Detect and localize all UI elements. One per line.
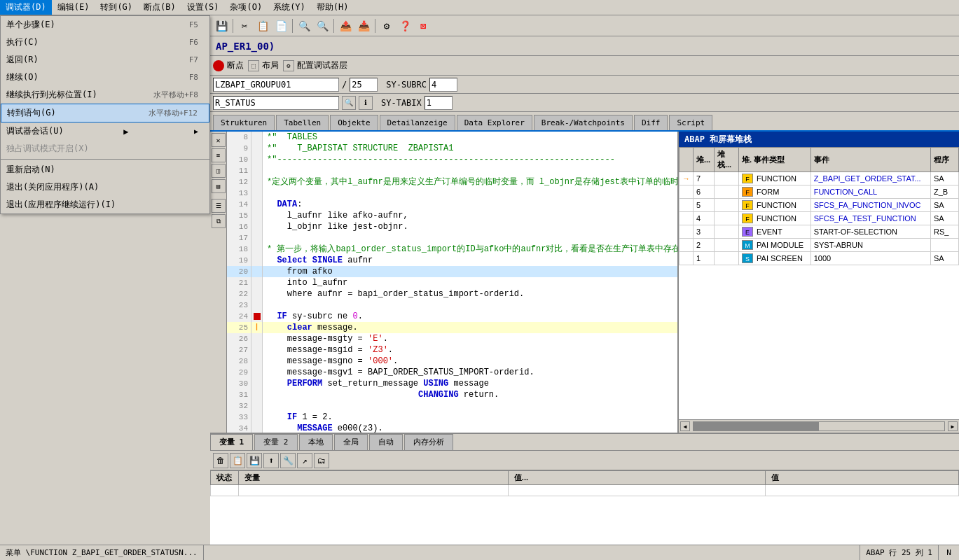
toolbar-download-btn[interactable]: 📥 bbox=[355, 18, 372, 34]
code-content: 8 *" TABLES 9 *" T_BAPISTAT STRUCTURE ZB… bbox=[227, 132, 677, 433]
menu-item-session[interactable]: 调试器会话(U) ▶ bbox=[1, 122, 209, 140]
menu-item-goto-stmt[interactable]: 转到语句(G) 水平移动+F12 bbox=[1, 104, 209, 122]
var-tab-global[interactable]: 全局 bbox=[334, 434, 368, 450]
toolbar-find2-btn[interactable]: 🔍 bbox=[314, 18, 331, 34]
panel-btn-5[interactable]: ⧉ bbox=[212, 214, 226, 228]
toolbar-upload-btn[interactable]: 📤 bbox=[337, 18, 354, 34]
var-folder-btn[interactable]: 🗂 bbox=[314, 453, 329, 468]
toolbar: 💾 ✂️ 📋 📄 🔍 🔍 📤 📥 ⚙️ ❓ ⊠ bbox=[210, 15, 959, 36]
toolbar-paste-btn[interactable]: 📄 bbox=[272, 18, 289, 34]
var-tab-auto[interactable]: 自动 bbox=[369, 434, 403, 450]
toolbar-save-btn[interactable]: 💾 bbox=[213, 18, 230, 34]
toolbar-find-btn[interactable]: 🔍 bbox=[296, 18, 312, 34]
tab-data-explorer[interactable]: Data Explorer bbox=[457, 115, 532, 130]
function-name-input[interactable] bbox=[213, 78, 339, 92]
code-line-23: 23 bbox=[227, 300, 677, 311]
config-label[interactable]: 配置调试器层 bbox=[297, 59, 347, 71]
right-panel: ABAP 和屏幕堆栈 堆... 堆栈... 堆. 事件类型 事件 程序 bbox=[679, 132, 959, 433]
info-icon[interactable]: ℹ bbox=[359, 96, 373, 110]
menu-item-restart[interactable]: 重新启动(N) bbox=[1, 161, 209, 178]
stack-row-5[interactable]: 5 F FUNCTION SFCS_FA_FUNCTION_INVOC SA bbox=[679, 199, 959, 212]
var-up-btn[interactable]: ⬆ bbox=[263, 453, 279, 468]
type-icon-event: E bbox=[742, 227, 753, 237]
tab-breakpoints[interactable]: Break-/Watchpoints bbox=[534, 115, 633, 130]
menu-item-step[interactable]: 单个步骤(E) F5 bbox=[1, 16, 209, 34]
stack-row-2[interactable]: 2 M PAI MODULE SYST-ABRUN bbox=[679, 239, 959, 252]
code-line-28: 28 message-msgno = '000'. bbox=[227, 356, 677, 367]
toolbar-settings-btn[interactable]: ⚙️ bbox=[378, 18, 395, 34]
line-number-input[interactable] bbox=[350, 78, 378, 92]
var-delete-btn[interactable]: 🗑 bbox=[213, 453, 228, 468]
toolbar-copy-btn[interactable]: 📋 bbox=[254, 18, 271, 34]
var-copy-btn[interactable]: 📋 bbox=[230, 453, 245, 468]
stack-row-1[interactable]: 1 S PAI SCREEN 1000 SA bbox=[679, 252, 959, 265]
tab-bar: Strukturen Tabellen Objekte Detailanzeig… bbox=[210, 112, 959, 132]
search-icon[interactable]: 🔍 bbox=[342, 96, 356, 110]
toolbar-help-btn[interactable]: ❓ bbox=[396, 18, 413, 34]
breakpoint-label[interactable]: 断点 bbox=[227, 59, 244, 71]
menu-item-return[interactable]: 返回(R) F7 bbox=[1, 51, 209, 69]
toolbar-sep2 bbox=[292, 19, 293, 33]
sy-subrc-value-input[interactable] bbox=[429, 78, 457, 92]
menu-breakpoint[interactable]: 断点(B) bbox=[138, 0, 181, 15]
panel-btn-1[interactable]: ≡ bbox=[212, 148, 226, 162]
menu-misc[interactable]: 杂项(O) bbox=[224, 0, 268, 15]
menu-item-exit-close[interactable]: 退出(关闭应用程序)(A) bbox=[1, 178, 209, 196]
scroll-right-btn[interactable]: ▶ bbox=[948, 421, 958, 431]
stack-row-4[interactable]: 4 F FUNCTION SFCS_FA_TEST_FUNCTION SA bbox=[679, 212, 959, 225]
code-editor[interactable]: 8 *" TABLES 9 *" T_BAPISTAT STRUCTURE ZB… bbox=[227, 132, 677, 433]
stack-row-7[interactable]: → 7 F FUNCTION Z_BAPI_GET_ORDER_STAT... … bbox=[679, 172, 959, 186]
r-status-input[interactable] bbox=[213, 96, 339, 110]
close-panel-btn[interactable]: ✕ bbox=[212, 133, 226, 147]
sy-tabix-value-input[interactable] bbox=[425, 96, 453, 110]
tab-tabellen[interactable]: Tabellen bbox=[276, 115, 329, 130]
toolbar-sep4 bbox=[375, 19, 375, 33]
menu-item-continue-cursor[interactable]: 继续执行到光标位置(I) 水平移动+F8 bbox=[1, 86, 209, 104]
code-line-31: 31 CHANGING return. bbox=[227, 389, 677, 400]
var-tab-memory[interactable]: 内存分析 bbox=[404, 434, 453, 450]
tab-strukturen[interactable]: Strukturen bbox=[213, 115, 275, 130]
stack-col-arrow bbox=[679, 148, 694, 172]
type-icon-func2: F bbox=[742, 200, 753, 210]
toolbar-cut-btn[interactable]: ✂️ bbox=[236, 18, 253, 34]
code-line-34: 34 MESSAGE e000(z3). bbox=[227, 423, 677, 433]
panel-btn-2[interactable]: ◫ bbox=[212, 164, 226, 178]
var-export-btn[interactable]: ↗ bbox=[297, 453, 312, 468]
code-line-15: 15 l_aufnr like afko-aufnr, bbox=[227, 210, 677, 221]
code-line-22: 22 where aufnr = bapi_order_status_impor… bbox=[227, 288, 677, 300]
menu-debugger[interactable]: 调试器(D) bbox=[0, 0, 52, 15]
var-tool-btn[interactable]: 🔧 bbox=[280, 453, 296, 468]
tab-diff[interactable]: Diff bbox=[634, 115, 668, 130]
var-table[interactable]: 状态 变量 值... 值 bbox=[210, 470, 959, 546]
code-line-14: 14 DATA: bbox=[227, 199, 677, 210]
var-tab-local[interactable]: 本地 bbox=[299, 434, 333, 450]
stack-col-type: 堆. 事件类型 bbox=[739, 148, 811, 172]
menu-goto[interactable]: 转到(G) bbox=[95, 0, 138, 15]
panel-btn-4[interactable]: ☰ bbox=[212, 199, 226, 213]
menu-separator bbox=[1, 159, 209, 160]
tab-detailanzeige[interactable]: Detailanzeige bbox=[380, 115, 455, 130]
menu-item-exit-continue[interactable]: 退出(应用程序继续运行)(I) bbox=[1, 196, 209, 214]
stack-col-stack2: 堆栈... bbox=[715, 148, 739, 172]
tab-script[interactable]: Script bbox=[669, 115, 712, 130]
stack-row-6[interactable]: 6 F FORM FUNCTION_CALL Z_B bbox=[679, 186, 959, 199]
var-save-btn[interactable]: 💾 bbox=[247, 453, 262, 468]
menu-edit[interactable]: 编辑(E) bbox=[52, 0, 95, 15]
menu-settings[interactable]: 设置(S) bbox=[181, 0, 225, 15]
stack-row-3[interactable]: 3 E EVENT START-OF-SELECTION RS_ bbox=[679, 225, 959, 239]
toolbar-exit-btn[interactable]: ⊠ bbox=[415, 18, 432, 34]
scroll-left-btn[interactable]: ◀ bbox=[680, 421, 690, 431]
menu-item-continue[interactable]: 继续(O) F8 bbox=[1, 69, 209, 86]
code-line-9: 9 *" T_BAPISTAT STRUCTURE ZBAPISTA1 bbox=[227, 143, 677, 154]
layout-label[interactable]: 布局 bbox=[262, 59, 279, 71]
var-tab-1[interactable]: 变量 1 bbox=[210, 434, 253, 450]
var-tab-2[interactable]: 变量 2 bbox=[254, 434, 297, 450]
code-line-10: 10 *"-----------------------------------… bbox=[227, 154, 677, 165]
menu-help[interactable]: 帮助(H) bbox=[311, 0, 354, 15]
tab-objekte[interactable]: Objekte bbox=[330, 115, 378, 130]
panel-btn-3[interactable]: ▤ bbox=[212, 179, 226, 193]
menu-item-execute[interactable]: 执行(C) F6 bbox=[1, 34, 209, 51]
stack-col-program: 程序 bbox=[931, 148, 959, 172]
scroll-track[interactable] bbox=[693, 421, 945, 431]
menu-system[interactable]: 系统(Y) bbox=[268, 0, 311, 15]
